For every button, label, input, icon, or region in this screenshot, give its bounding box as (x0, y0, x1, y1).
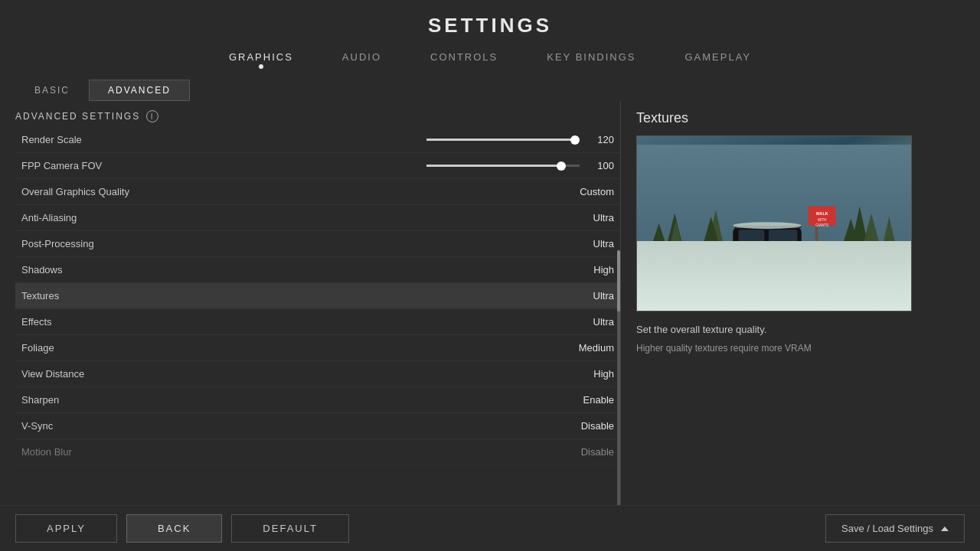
svg-point-27 (797, 266, 827, 296)
svg-rect-13 (858, 253, 861, 262)
advanced-settings-label: ADVANCED SETTINGS (15, 111, 140, 122)
save-load-button[interactable]: Save / Load Settings (825, 514, 965, 543)
setting-row-textures[interactable]: Textures Ultra (15, 283, 620, 309)
preview-image: WALK WITH GIANTS (636, 135, 912, 311)
default-button[interactable]: DEFAULT (231, 514, 349, 543)
textures-label: Textures (21, 290, 553, 302)
scrollbar[interactable] (617, 250, 620, 505)
foliage-value: Medium (553, 342, 614, 354)
page-container: SETTINGS GRAPHICS AUDIO CONTROLS KEY BIN… (0, 0, 980, 551)
post-processing-value: Ultra (553, 238, 614, 249)
anti-aliasing-label: Anti-Aliasing (21, 212, 553, 223)
svg-point-28 (803, 273, 819, 289)
subtab-basic[interactable]: BASIC (15, 80, 89, 101)
tab-audio[interactable]: AUDIO (341, 48, 383, 66)
bottom-bar: APPLY BACK DEFAULT Save / Load Settings (0, 505, 980, 551)
svg-rect-31 (704, 249, 717, 270)
render-scale-slider[interactable] (426, 139, 580, 141)
chevron-up-icon (941, 527, 949, 531)
svg-point-29 (717, 262, 756, 290)
setting-row-vsync[interactable]: V-Sync Disable (15, 413, 620, 439)
view-distance-value: High (553, 368, 614, 380)
textures-value: Ultra (553, 290, 614, 302)
svg-rect-32 (706, 251, 713, 259)
svg-rect-9 (714, 254, 717, 264)
preview-description-title: Set the overall texture quality. (636, 324, 912, 335)
fov-slider[interactable] (426, 165, 580, 167)
foliage-label: Foliage (21, 342, 553, 354)
apply-button[interactable]: APPLY (15, 514, 117, 543)
main-content: ADVANCED SETTINGS i Render Scale 120 (0, 101, 980, 505)
settings-list: Render Scale 120 FPP Camera FOV (15, 127, 620, 505)
render-scale-slider-container: 120 (318, 134, 614, 145)
svg-text:WITH: WITH (818, 218, 826, 222)
tab-graphics[interactable]: GRAPHICS (227, 48, 295, 66)
fov-slider-container: 100 (318, 160, 614, 171)
preview-description: Higher quality textures require more VRA… (636, 341, 912, 355)
view-distance-label: View Distance (21, 368, 553, 380)
setting-row-sharpen[interactable]: Sharpen Enable (15, 387, 620, 413)
motion-blur-value: Disable (553, 446, 614, 458)
svg-rect-24 (769, 230, 798, 243)
setting-row-post-processing[interactable]: Post-Processing Ultra (15, 231, 620, 257)
setting-row-motion-blur[interactable]: Motion Blur Disable (15, 439, 620, 465)
anti-aliasing-value: Ultra (553, 212, 614, 223)
render-scale-label: Render Scale (21, 134, 318, 145)
render-scale-value: 120 (587, 134, 614, 145)
setting-row-anti-aliasing[interactable]: Anti-Aliasing Ultra (15, 205, 620, 231)
preview-title: Textures (636, 110, 912, 126)
svg-point-30 (792, 262, 831, 290)
svg-point-25 (721, 266, 751, 296)
bottom-buttons: APPLY BACK DEFAULT (15, 514, 349, 543)
setting-row-shadows[interactable]: Shadows High (15, 257, 620, 283)
save-load-label: Save / Load Settings (841, 523, 933, 534)
sub-tabs: BASIC ADVANCED (0, 72, 980, 101)
nav-tabs: GRAPHICS AUDIO CONTROLS KEY BINDINGS GAM… (0, 48, 980, 72)
tab-controls[interactable]: CONTROLS (429, 48, 499, 66)
fov-label: FPP Camera FOV (21, 160, 318, 171)
sharpen-value: Enable (553, 394, 614, 406)
svg-rect-23 (738, 230, 764, 243)
svg-rect-2 (637, 261, 911, 302)
effects-label: Effects (21, 316, 553, 328)
header: SETTINGS GRAPHICS AUDIO CONTROLS KEY BIN… (0, 0, 980, 72)
svg-text:WALK: WALK (816, 211, 828, 216)
setting-row-foliage[interactable]: Foliage Medium (15, 335, 620, 361)
setting-row-render-scale[interactable]: Render Scale 120 (15, 127, 620, 153)
back-button[interactable]: BACK (126, 514, 222, 543)
graphics-quality-label: Overall Graphics Quality (21, 186, 553, 197)
scrollbar-thumb[interactable] (617, 250, 620, 311)
sharpen-label: Sharpen (21, 394, 553, 406)
effects-value: Ultra (553, 316, 614, 328)
setting-row-graphics-quality[interactable]: Overall Graphics Quality Custom (15, 179, 620, 205)
fov-value: 100 (587, 160, 614, 171)
vsync-label: V-Sync (21, 420, 553, 432)
svg-rect-21 (706, 244, 843, 282)
info-icon[interactable]: i (146, 110, 158, 122)
svg-rect-15 (887, 253, 890, 262)
setting-row-effects[interactable]: Effects Ultra (15, 309, 620, 335)
subtab-advanced[interactable]: ADVANCED (89, 80, 190, 101)
tab-gameplay[interactable]: GAMEPLAY (683, 48, 753, 66)
svg-rect-6 (673, 251, 676, 261)
svg-text:GIANTS: GIANTS (815, 223, 828, 227)
advanced-settings-header: ADVANCED SETTINGS i (15, 101, 620, 127)
preview-scene-svg: WALK WITH GIANTS (637, 136, 911, 311)
motion-blur-label: Motion Blur (21, 446, 553, 458)
setting-row-fov[interactable]: FPP Camera FOV 100 (15, 153, 620, 179)
shadows-value: High (553, 264, 614, 276)
post-processing-label: Post-Processing (21, 238, 553, 249)
left-panel: ADVANCED SETTINGS i Render Scale 120 (15, 101, 620, 505)
shadows-label: Shadows (21, 264, 553, 276)
graphics-quality-value: Custom (553, 186, 614, 197)
vsync-value: Disable (553, 420, 614, 432)
page-title: SETTINGS (0, 14, 980, 37)
svg-point-1 (637, 247, 911, 311)
svg-point-26 (728, 273, 744, 289)
svg-point-34 (733, 222, 802, 229)
setting-row-view-distance[interactable]: View Distance High (15, 361, 620, 387)
right-panel: Textures (621, 101, 927, 505)
tab-keybindings[interactable]: KEY BINDINGS (545, 48, 637, 66)
